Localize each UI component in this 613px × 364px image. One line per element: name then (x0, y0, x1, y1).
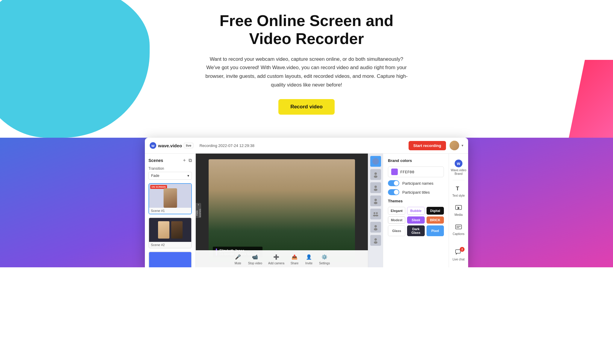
theme-bubble-button[interactable]: Bubble (407, 207, 424, 215)
hero-description: Want to record your webcam video, captur… (205, 55, 408, 90)
video-area: ‹ Hide scenes Elizabeth Jones Co-founder… (196, 154, 368, 267)
svg-point-12 (374, 238, 377, 241)
participant-names-toggle[interactable] (388, 180, 399, 186)
wave-brand-tool[interactable]: w Wave.video Brand (450, 157, 467, 178)
svg-point-0 (374, 172, 377, 175)
theme-dark-glass-button[interactable]: Dark Glass (407, 225, 424, 236)
participant-slot-3[interactable] (370, 182, 381, 193)
svg-point-3 (374, 189, 377, 191)
mute-label: Mute (235, 262, 241, 265)
add-camera-control[interactable]: ➕ Add camera (268, 253, 284, 265)
hide-scenes-button[interactable]: ‹ Hide scenes (196, 203, 201, 218)
participants-sidebar (368, 154, 383, 267)
microphone-icon: 🎤 (234, 253, 242, 261)
live-chat-tool[interactable]: 2 Live chat (450, 246, 467, 264)
participant-slot-1[interactable] (370, 156, 381, 167)
captions-icon (454, 223, 463, 231)
chevron-down-icon[interactable]: ▾ (462, 143, 463, 148)
stop-video-control[interactable]: 📹 Stop video (248, 253, 262, 265)
transition-label: Transition (148, 166, 192, 171)
wave-logo-icon: w (455, 160, 462, 167)
video-icon: 📹 (251, 253, 259, 261)
brand-colors-title: Brand colors (388, 158, 444, 163)
share-label: Share (291, 262, 299, 265)
app-section: w wave.video live Recording 2022-07-24 1… (0, 138, 613, 267)
media-tool-label: Media (454, 213, 462, 217)
video-controls: 🎤 Mute 📹 Stop video ➕ Add camera 📤 Share (196, 250, 368, 267)
app-logo: w wave.video live (150, 142, 193, 149)
svg-point-7 (376, 212, 378, 214)
invite-control[interactable]: 👤 Invite (305, 253, 313, 265)
captions-tool[interactable]: Captions (450, 220, 467, 238)
mute-control[interactable]: 🎤 Mute (234, 253, 242, 265)
theme-sleek-button[interactable]: Sleek (407, 216, 424, 224)
video-feed (209, 159, 355, 262)
hero-title: Free Online Screen and Video Recorder (190, 12, 423, 48)
add-camera-label: Add camera (268, 262, 284, 265)
hide-scenes-label: Hide scenes (195, 208, 201, 218)
svg-point-10 (374, 225, 377, 228)
user-avatar (450, 141, 459, 150)
scene2-thumbnail (149, 218, 191, 242)
person-icon (372, 224, 379, 230)
wave-w-icon: w (457, 161, 460, 166)
record-video-button[interactable]: Record video (278, 99, 335, 115)
text-style-tool[interactable]: T Text style (450, 182, 467, 200)
scene2-person1 (158, 221, 169, 239)
svg-point-4 (374, 199, 377, 201)
theme-modest-button[interactable]: Modest (388, 216, 405, 224)
text-style-icon: T (454, 184, 463, 193)
theme-pixel-button[interactable]: Pixel (427, 225, 444, 236)
scene-card-3[interactable] (148, 251, 192, 267)
hero-section: Free Online Screen and Video Recorder Wa… (0, 0, 613, 138)
theme-digital-button[interactable]: Digital (427, 207, 444, 215)
scenes-actions: ＋ ⧉ (182, 157, 192, 163)
participant-slot-5[interactable] (370, 209, 381, 219)
chevron-left-icon: ‹ (198, 203, 199, 206)
svg-point-6 (374, 212, 375, 214)
share-control[interactable]: 📤 Share (290, 253, 299, 265)
scene-card-1[interactable]: ON SCREEN Scene #1 (148, 183, 192, 214)
stop-video-label: Stop video (248, 262, 262, 265)
participant-titles-toggle-row: Participant titles (388, 189, 444, 195)
svg-text:T: T (456, 186, 459, 192)
theme-elegant-button[interactable]: Elegant (388, 207, 405, 215)
person-icon (372, 171, 379, 178)
app-body: Scenes ＋ ⧉ Transition Fade ▾ ON SCREEN (145, 154, 468, 267)
brand-tool-label: Wave.video Brand (451, 169, 466, 176)
settings-control[interactable]: ⚙️ Settings (319, 253, 330, 265)
participant-titles-label: Participant titles (402, 190, 430, 195)
theme-brick-button[interactable]: BRICK (427, 216, 444, 224)
svg-point-13 (374, 241, 377, 244)
media-tool[interactable]: Media (450, 201, 467, 219)
theme-glass-button[interactable]: Glass (388, 225, 405, 236)
captions-label: Captions (453, 232, 464, 236)
participant-1-icon (372, 158, 379, 165)
participant-slot-2[interactable] (370, 169, 381, 180)
participant-slot-4[interactable] (370, 195, 381, 206)
media-icon (454, 204, 463, 212)
share-icon: 📤 (290, 253, 299, 261)
user-avatar-area: ▾ (450, 141, 463, 150)
transition-select[interactable]: Fade ▾ (148, 172, 192, 180)
participant-slot-6[interactable] (370, 222, 381, 233)
color-value: FFEF00 (400, 170, 414, 174)
start-recording-button[interactable]: Start recording (409, 141, 446, 150)
settings-label: Settings (319, 262, 330, 265)
add-scene-button[interactable]: ＋ (182, 157, 187, 163)
avatar-image (450, 141, 459, 150)
app-topbar: w wave.video live Recording 2022-07-24 1… (145, 138, 468, 154)
scenes-panel: Scenes ＋ ⧉ Transition Fade ▾ ON SCREEN (145, 154, 196, 267)
participant-titles-toggle[interactable] (388, 189, 399, 195)
hero-content: Free Online Screen and Video Recorder Wa… (6, 12, 607, 115)
chevron-down-icon: ▾ (187, 174, 189, 178)
scene-card-2[interactable]: Scene #2 (148, 217, 192, 248)
scene2-label: Scene #2 (149, 242, 191, 248)
svg-point-2 (374, 186, 377, 188)
brand-panel: Brand colors FFEF00 Participant names Pa… (383, 154, 449, 267)
participant-slot-7[interactable] (370, 235, 381, 246)
people-icon (372, 211, 379, 217)
invite-label: Invite (305, 262, 312, 265)
duplicate-scene-button[interactable]: ⧉ (189, 157, 192, 163)
svg-point-11 (374, 228, 377, 230)
